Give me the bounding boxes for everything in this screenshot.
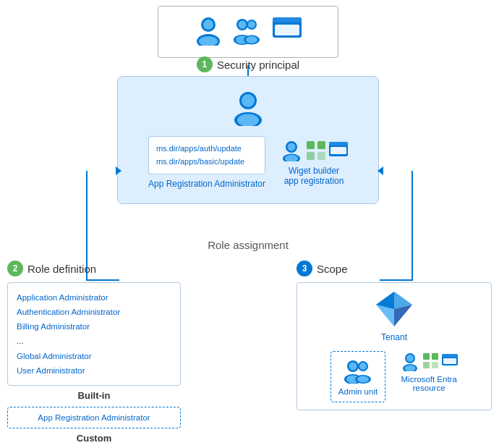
svg-point-11 [246,36,257,43]
svg-point-37 [349,363,357,371]
entra-icons [400,351,458,371]
role-dots: ... [17,334,171,348]
widget-icons [280,140,348,161]
built-in-label: Built-in [7,390,181,401]
svg-rect-28 [329,142,348,145]
custom-label: Custom [7,433,181,444]
entra-resource-item: Microsoft Entraresource [400,351,458,402]
svg-rect-14 [275,25,299,35]
widget-app-icon [329,142,348,159]
widget-builder-label: Wiget builderapp registration [284,166,344,186]
person-icon [195,15,222,48]
group-icon [231,15,264,48]
custom-role-box: App Registration Administrator [7,407,181,428]
scope-inner-box: Tenant Admin unit [297,282,492,410]
svg-rect-29 [330,147,346,154]
svg-rect-54 [443,358,456,364]
svg-rect-49 [432,353,438,360]
svg-rect-25 [307,152,315,160]
permissions-box: ms.dir/apps/auth/update ms.dir/apps/basi… [148,136,265,174]
svg-point-41 [359,363,367,370]
entra-person-icon [400,351,420,371]
svg-rect-13 [273,17,302,22]
entra-grid-icon [422,352,440,370]
svg-point-2 [203,20,213,30]
permission-1: ms.dir/apps/auth/update [156,143,257,156]
app-reg-admin-label: App Registration Administrator [148,179,265,189]
svg-point-5 [239,21,247,29]
role-assignment-box: ms.dir/apps/auth/update ms.dir/apps/basi… [117,76,379,204]
svg-rect-53 [442,354,458,358]
widget-person-icon [280,140,303,161]
badge-1: 1 [197,56,213,72]
scope-title-text: Scope [317,263,348,275]
permissions-section: ms.dir/apps/auth/update ms.dir/apps/basi… [148,136,265,189]
scope-title: 3 Scope [297,261,492,276]
svg-point-43 [357,376,369,383]
custom-role-text: App Registration Administrator [38,413,150,422]
svg-point-9 [248,21,255,28]
widget-builder-section: Wiget builderapp registration [280,140,348,186]
admin-unit-item: Admin unit [330,351,385,402]
role-app-admin: Application Administrator [17,290,171,305]
svg-rect-26 [317,152,325,160]
role-definition-title-text: Role definition [27,263,96,275]
admin-unit-icon [344,358,372,384]
badge-2: 2 [7,261,23,276]
svg-rect-23 [307,141,315,149]
role-assignment-inner: ms.dir/apps/auth/update ms.dir/apps/basi… [129,136,367,189]
scope-row: Admin unit [330,351,458,402]
role-user-admin: User Administrator [17,363,171,378]
permission-2: ms.dir/apps/basic/update [156,156,257,169]
role-definition-title: 2 Role definition [7,261,181,276]
svg-point-20 [288,143,296,151]
svg-point-16 [242,94,255,107]
built-in-roles-box: Application Administrator Authentication… [7,282,181,386]
tenant-item: Tenant [375,290,414,342]
left-arrow-head [116,166,121,175]
app-icon [273,17,302,46]
entra-app-icon [442,354,458,368]
person-icon-large [231,90,265,129]
role-auth-admin: Authentication Administrator [17,305,171,319]
svg-rect-24 [317,141,325,149]
widget-grid-icon [306,140,326,161]
role-definition-section: 2 Role definition Application Administra… [7,261,181,444]
tenant-icon [375,290,414,328]
role-global-admin: Global Administrator [17,349,171,363]
entra-resource-label: Microsoft Entraresource [401,375,457,392]
tenant-label: Tenant [381,332,407,342]
right-arrow-head [378,166,383,175]
svg-point-18 [237,114,259,127]
role-assignment-section-label: Role assignment [117,239,379,251]
role-billing-admin: Billing Administrator [17,319,171,334]
svg-point-45 [406,355,414,362]
svg-rect-51 [432,362,438,368]
security-principal-box [158,6,338,58]
security-principal-text: Security principal [217,59,299,71]
badge-3: 3 [297,261,312,276]
svg-rect-48 [423,353,430,360]
diagram-container: 1 Security principal ms.dir/apps/auth/up… [0,0,499,448]
svg-rect-50 [423,362,430,368]
scope-section: 3 Scope Tenant [297,261,492,416]
admin-unit-label: Admin unit [338,387,378,396]
